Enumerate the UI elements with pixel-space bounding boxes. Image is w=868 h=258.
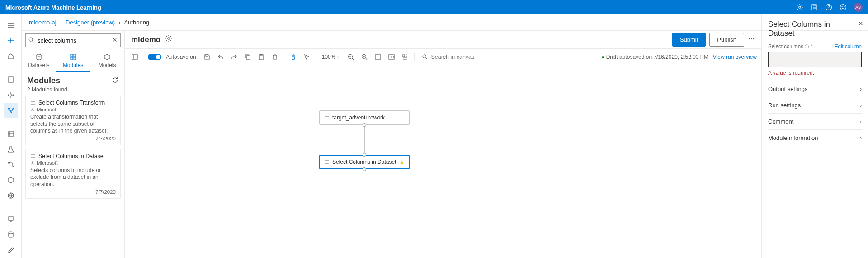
input-port[interactable] xyxy=(363,153,366,157)
svg-point-7 xyxy=(8,108,9,110)
pipeline-settings-icon[interactable] xyxy=(165,35,172,44)
endpoints-icon[interactable] xyxy=(4,188,18,203)
hamburger-icon[interactable] xyxy=(4,18,18,33)
asset-panel: Datasets Modules Models Modules 2 Module… xyxy=(22,14,125,258)
module-card[interactable]: Select Columns Transform Microsoft Creat… xyxy=(25,96,121,145)
canvas[interactable]: target_adventurework Select Columns in D… xyxy=(125,65,761,258)
pan-icon[interactable] xyxy=(288,52,299,62)
canvas-node-select-columns[interactable]: Select Columns in Dataset ▲ xyxy=(319,155,410,169)
automl-icon[interactable] xyxy=(4,88,18,102)
module-card-publisher: Microsoft xyxy=(37,107,58,112)
warning-icon: ▲ xyxy=(399,159,405,165)
notebook-icon[interactable] xyxy=(810,3,818,11)
avatar[interactable]: AS xyxy=(854,3,863,12)
search-icon xyxy=(422,54,428,61)
settings-icon[interactable] xyxy=(796,3,804,11)
minimap-icon[interactable] xyxy=(400,52,410,62)
view-run-overview-link[interactable]: View run overview xyxy=(713,54,757,60)
module-card-title: Select Columns Transform xyxy=(38,100,105,106)
more-icon[interactable] xyxy=(748,35,755,44)
section-output-settings[interactable]: Output settings› xyxy=(768,81,862,97)
select-columns-label: Select columns ⓘ * xyxy=(768,43,812,50)
output-port[interactable] xyxy=(363,123,366,127)
autosave-label: Autosave on xyxy=(166,54,196,60)
autosave-toggle[interactable] xyxy=(148,54,161,60)
select-icon[interactable] xyxy=(302,52,312,62)
submit-button[interactable]: Submit xyxy=(672,33,706,47)
nav-rail xyxy=(0,14,22,258)
canvas-edges xyxy=(125,65,761,258)
canvas-node-dataset[interactable]: target_adventurework xyxy=(319,110,410,125)
datastores-icon[interactable] xyxy=(4,227,18,242)
zoom-in-icon[interactable] xyxy=(359,52,370,62)
home-icon[interactable] xyxy=(4,49,18,63)
notebooks-icon[interactable] xyxy=(4,72,18,87)
compute-icon[interactable] xyxy=(4,212,18,226)
svg-point-16 xyxy=(29,38,33,41)
zoom-out-icon[interactable] xyxy=(345,52,356,62)
breadcrumb-designer[interactable]: Designer (preview) xyxy=(66,19,115,26)
tab-datasets-label: Datasets xyxy=(28,62,49,68)
pipelines-icon[interactable] xyxy=(4,158,18,172)
models-icon[interactable] xyxy=(4,173,18,187)
svg-point-4 xyxy=(842,6,842,7)
breadcrumb-sep-icon: › xyxy=(60,19,62,26)
svg-point-27 xyxy=(749,38,750,39)
clear-search-icon[interactable] xyxy=(112,37,118,44)
redo-icon[interactable] xyxy=(229,52,240,62)
search-icon xyxy=(28,37,34,44)
close-panel-icon[interactable]: ✕ xyxy=(858,20,863,27)
edit-column-link[interactable]: Edit column xyxy=(835,43,862,50)
save-icon[interactable] xyxy=(202,52,212,62)
topbar-right: AS xyxy=(796,3,863,12)
palette-tabs: Datasets Modules Models xyxy=(22,50,124,72)
publish-button[interactable]: Publish xyxy=(709,33,744,47)
breadcrumb-workspace[interactable]: mldemo-aj xyxy=(29,19,57,26)
output-port[interactable] xyxy=(363,167,366,171)
svg-point-17 xyxy=(37,54,41,56)
section-module-info[interactable]: Module information› xyxy=(768,129,862,146)
datasets-icon[interactable] xyxy=(4,127,18,141)
fit-icon[interactable] xyxy=(373,52,383,62)
svg-point-8 xyxy=(12,108,13,110)
module-card[interactable]: Select Columns in Dataset Microsoft Sele… xyxy=(25,149,121,199)
show-panel-icon[interactable] xyxy=(129,52,140,62)
experiments-icon[interactable] xyxy=(4,142,18,157)
tab-models-label: Models xyxy=(99,62,116,68)
copy-icon[interactable] xyxy=(242,52,253,62)
section-run-settings[interactable]: Run settings› xyxy=(768,97,862,113)
svg-point-23 xyxy=(32,108,33,110)
feedback-icon[interactable] xyxy=(839,3,847,11)
refresh-icon[interactable] xyxy=(112,76,119,85)
tab-models[interactable]: Models xyxy=(90,50,124,72)
svg-point-28 xyxy=(751,38,752,39)
module-card-publisher: Microsoft xyxy=(37,160,58,166)
svg-rect-6 xyxy=(9,77,13,82)
labeling-icon[interactable] xyxy=(4,243,18,257)
add-icon[interactable] xyxy=(4,33,18,48)
chevron-right-icon: › xyxy=(860,118,862,125)
designer-icon[interactable] xyxy=(4,103,18,118)
node-label: target_adventurework xyxy=(332,115,385,121)
module-search xyxy=(25,33,121,47)
svg-rect-10 xyxy=(8,132,14,136)
svg-point-29 xyxy=(753,38,754,39)
undo-icon[interactable] xyxy=(215,52,226,62)
paste-icon[interactable] xyxy=(256,52,267,62)
tab-modules[interactable]: Modules xyxy=(56,50,90,72)
canvas-search xyxy=(422,52,503,62)
svg-rect-42 xyxy=(325,161,329,163)
svg-point-15 xyxy=(9,232,13,234)
modules-count: 2 Modules found. xyxy=(22,86,124,96)
canvas-search-input[interactable] xyxy=(422,52,503,62)
delete-icon[interactable] xyxy=(269,52,280,62)
tab-datasets[interactable]: Datasets xyxy=(22,50,56,72)
help-icon[interactable] xyxy=(825,3,833,11)
zoom-level[interactable]: 100% xyxy=(322,54,341,60)
svg-point-0 xyxy=(799,6,801,8)
top-bar: Microsoft Azure Machine Learning AS xyxy=(0,0,868,14)
select-columns-input[interactable] xyxy=(768,52,862,67)
actual-size-icon[interactable]: 1:1 xyxy=(386,52,397,62)
module-search-input[interactable] xyxy=(25,33,121,47)
section-comment[interactable]: Comment› xyxy=(768,113,862,129)
